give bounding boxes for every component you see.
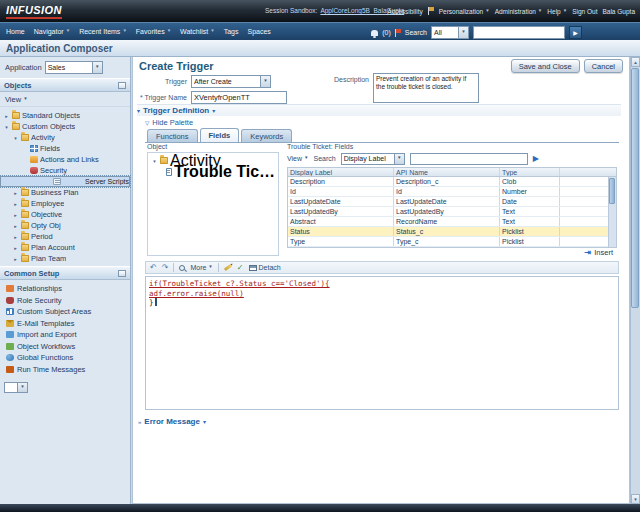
- insert-button[interactable]: ⇥ Insert: [585, 248, 613, 257]
- description-field[interactable]: Prevent creation of an activity if the t…: [373, 73, 479, 103]
- search-label: Search: [314, 155, 336, 162]
- code-line[interactable]: if(TroubleTicket_c?.Status_c=='Closed'){: [149, 279, 615, 289]
- tree-item-employee[interactable]: ▸Employee: [0, 198, 130, 209]
- code-line[interactable]: adf.error.raise(null): [149, 289, 615, 299]
- trigger-name-input[interactable]: [191, 91, 287, 104]
- sidebar-item-custom-subject-areas[interactable]: Custom Subject Areas: [0, 306, 130, 318]
- tree-item-custom-objects[interactable]: ▾Custom Objects: [0, 121, 130, 132]
- table-row-lastupdatedby[interactable]: LastUpdatedByLastUpdatedByText: [288, 207, 616, 217]
- chevron-right-icon[interactable]: ▸: [12, 234, 19, 240]
- table-row-description[interactable]: DescriptionDescription_cClob: [288, 177, 616, 187]
- tree-item-actions-and-links[interactable]: Actions and Links: [0, 154, 130, 165]
- hide-palette-link[interactable]: ▽ Hide Palette: [145, 118, 193, 127]
- panel-expand-icon[interactable]: [118, 82, 126, 89]
- chevron-down-icon[interactable]: ▾: [3, 124, 10, 130]
- search-go-button[interactable]: ▶: [533, 154, 539, 163]
- sidebar-item-e-mail-templates[interactable]: E-Mail Templates: [0, 318, 130, 330]
- table-row-abstract[interactable]: AbstractRecordNameText: [288, 217, 616, 227]
- chevron-down-icon[interactable]: ▾: [12, 135, 19, 141]
- sidebar-item-run-time-messages[interactable]: Run Time Messages: [0, 364, 130, 376]
- application-select[interactable]: Sales ▼: [45, 61, 103, 74]
- chevron-right-icon[interactable]: ▸: [12, 201, 19, 207]
- search-go-button[interactable]: ▶: [569, 26, 582, 39]
- sidebar-item-relationships[interactable]: Relationships: [0, 283, 130, 295]
- collapse-icon[interactable]: ▾: [137, 107, 140, 114]
- nav-recent-items-menu[interactable]: Recent Items▼: [79, 28, 127, 35]
- expand-icon[interactable]: »: [138, 419, 141, 425]
- redo-icon[interactable]: ↷: [162, 264, 169, 272]
- search-scope-select[interactable]: All ▼: [431, 26, 469, 39]
- chevron-right-icon[interactable]: ▸: [12, 223, 19, 229]
- detach-button[interactable]: Detach: [249, 264, 281, 271]
- flag-icon: [428, 7, 434, 15]
- tree-item-standard-objects[interactable]: ▸Standard Objects: [0, 110, 130, 121]
- nav-favorites-menu[interactable]: Favorites▼: [136, 28, 171, 35]
- nav-watchlist-menu[interactable]: Watchlist▼: [180, 28, 215, 35]
- validate-icon[interactable]: ✓: [237, 263, 244, 272]
- cancel-button[interactable]: Cancel: [584, 59, 623, 73]
- page-scrollbar[interactable]: ▲ ▼: [630, 57, 640, 504]
- help-menu[interactable]: Help▼: [547, 8, 567, 15]
- tree-item-plan-account[interactable]: ▸Plan Account: [0, 242, 130, 253]
- table-row-status[interactable]: StatusStatus_cPicklist: [288, 227, 616, 237]
- accessibility-link[interactable]: Accessibility: [387, 8, 422, 15]
- scroll-up-button[interactable]: ▲: [631, 57, 640, 67]
- chevron-down-icon[interactable]: ▾: [151, 158, 158, 164]
- nav-spaces[interactable]: Spaces: [248, 28, 271, 35]
- tree-item-fields[interactable]: Fields: [0, 143, 130, 154]
- more-menu[interactable]: More ▼: [190, 264, 212, 271]
- tab-fields[interactable]: Fields: [200, 128, 240, 142]
- tree-item-trouble-ticket[interactable]: Trouble Ticket: [148, 166, 278, 177]
- nav-home[interactable]: Home: [6, 28, 25, 35]
- search-column-select[interactable]: Display Label ▼: [341, 153, 405, 165]
- table-row-type[interactable]: TypeType_cPicklist: [288, 237, 616, 247]
- sidebar-item-import-and-export[interactable]: Import and Export: [0, 329, 130, 341]
- code-editor[interactable]: if(TroubleTicket_c?.Status_c=='Closed'){…: [145, 276, 619, 410]
- tree-item-plan-team[interactable]: ▸Plan Team: [0, 253, 130, 264]
- tree-item-objective[interactable]: ▸Objective: [0, 209, 130, 220]
- chevron-right-icon[interactable]: ▸: [12, 190, 19, 196]
- chevron-right-icon[interactable]: ▸: [12, 212, 19, 218]
- chevron-right-icon[interactable]: ▸: [3, 113, 10, 119]
- sidebar-item-global-functions[interactable]: Global Functions: [0, 352, 130, 364]
- table-row-lastupdatedate[interactable]: LastUpdateDateLastUpdateDateDate: [288, 197, 616, 207]
- scrollbar-thumb[interactable]: [631, 68, 639, 308]
- table-scrollbar[interactable]: [608, 177, 616, 247]
- objects-view-menu[interactable]: View ▼: [0, 92, 130, 107]
- chevron-right-icon[interactable]: ▸: [12, 256, 19, 262]
- nav-navigator-menu[interactable]: Navigator▼: [34, 28, 70, 35]
- column-header-display-label[interactable]: Display Label: [288, 168, 394, 176]
- personalization-menu[interactable]: Personalization▼: [439, 8, 490, 15]
- chevron-right-icon[interactable]: ▸: [12, 245, 19, 251]
- table-view-menu[interactable]: View ▼: [287, 155, 309, 162]
- nav-tags[interactable]: Tags: [224, 28, 239, 35]
- sidebar-item-role-security[interactable]: Role Security: [0, 295, 130, 307]
- trigger-type-select[interactable]: After Create ▼: [191, 75, 271, 88]
- tree-item-opty-obj[interactable]: ▸Opty Obj: [0, 220, 130, 231]
- table-row-id[interactable]: IdIdNumber: [288, 187, 616, 197]
- scroll-down-button[interactable]: ▼: [631, 494, 640, 504]
- code-line[interactable]: }: [149, 298, 615, 308]
- column-header-type[interactable]: Type: [500, 168, 560, 176]
- tab-keywords[interactable]: Keywords: [241, 129, 292, 142]
- find-icon[interactable]: [179, 265, 185, 271]
- notifications-icon[interactable]: [371, 30, 378, 36]
- edit-icon[interactable]: [224, 264, 232, 271]
- tree-item-server-scripts[interactable]: Server Scripts: [0, 176, 130, 187]
- tab-functions[interactable]: Functions: [147, 129, 198, 142]
- tree-item-business-plan[interactable]: ▸Business Plan: [0, 187, 130, 198]
- table-scrollbar-thumb[interactable]: [609, 178, 615, 204]
- tree-item-activity[interactable]: ▾Activity: [0, 132, 130, 143]
- sidebar-footer-select[interactable]: ▼: [4, 382, 28, 393]
- tree-item-security[interactable]: Security: [0, 165, 130, 176]
- sign-out-link[interactable]: Sign Out: [572, 8, 597, 15]
- save-and-close-button[interactable]: Save and Close: [511, 59, 580, 73]
- panel-expand-icon[interactable]: [118, 270, 126, 277]
- column-header-api-name[interactable]: API Name: [394, 168, 500, 176]
- administration-menu[interactable]: Administration▼: [495, 8, 543, 15]
- global-search-input[interactable]: [473, 26, 565, 39]
- sidebar-item-object-workflows[interactable]: Object Workflows: [0, 341, 130, 353]
- table-search-input[interactable]: [410, 153, 528, 165]
- undo-icon[interactable]: ↶: [150, 264, 157, 272]
- tree-item-period[interactable]: ▸Period: [0, 231, 130, 242]
